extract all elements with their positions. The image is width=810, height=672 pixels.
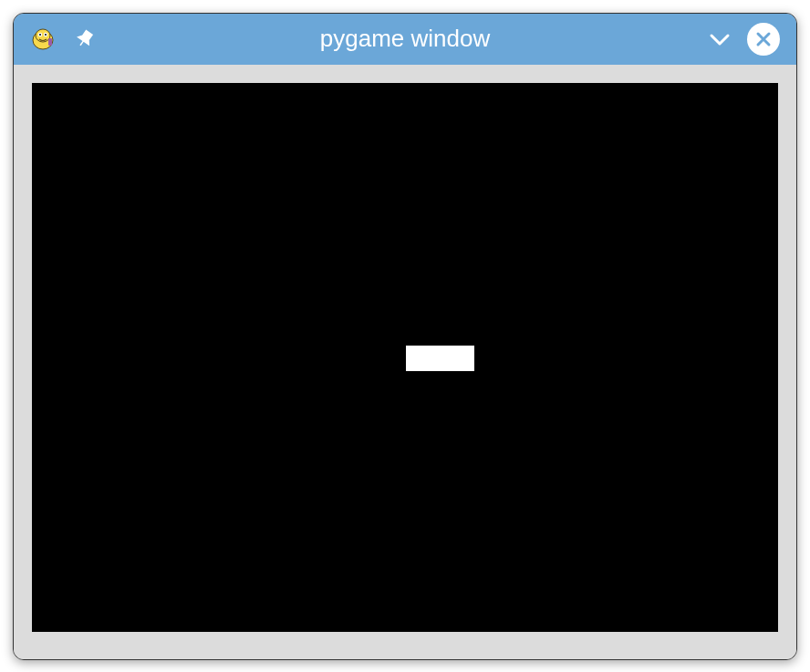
content-area [14, 65, 796, 659]
pygame-snake-icon [30, 26, 56, 52]
application-window: pygame window [13, 13, 797, 660]
pin-icon[interactable] [76, 29, 96, 49]
titlebar-right [707, 23, 780, 56]
svg-rect-6 [48, 38, 52, 46]
titlebar[interactable]: pygame window [14, 14, 796, 65]
close-button[interactable] [747, 23, 780, 56]
game-sprite [406, 346, 474, 371]
svg-point-5 [45, 34, 47, 36]
titlebar-left [30, 26, 96, 52]
svg-point-4 [39, 34, 41, 36]
game-canvas[interactable] [32, 83, 778, 632]
minimize-button[interactable] [707, 26, 732, 52]
window-title: pygame window [320, 25, 490, 53]
